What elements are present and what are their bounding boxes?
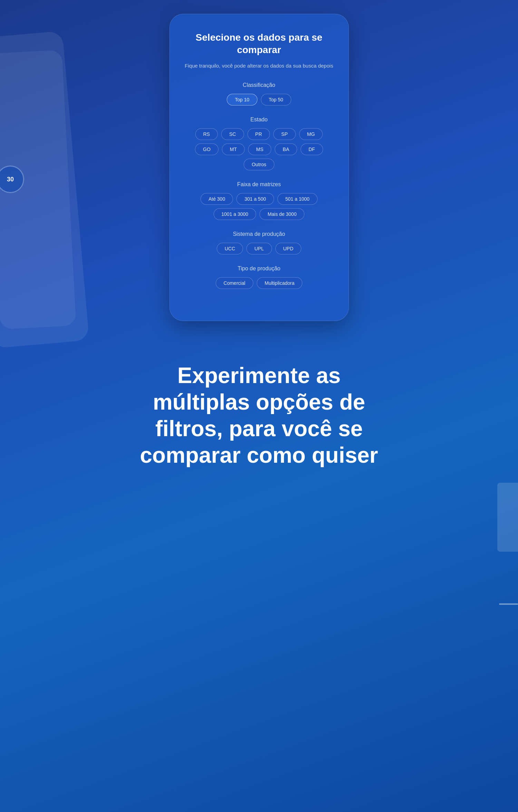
tag-df[interactable]: DF — [301, 143, 323, 155]
tag-upd[interactable]: UPD — [275, 243, 302, 254]
tag-upl[interactable]: UPL — [246, 243, 272, 254]
tag-multiplicadora[interactable]: Multiplicadora — [257, 277, 302, 289]
sistema-producao-tags: UCC UPL UPD — [184, 243, 335, 254]
tag-outros[interactable]: Outros — [244, 159, 274, 170]
tag-rs[interactable]: RS — [195, 128, 218, 140]
section-tipo-producao: Tipo de produção Comercial Multiplicador… — [184, 265, 335, 289]
tag-1001a3000[interactable]: 1001 a 3000 — [214, 208, 256, 220]
section-estado: Estado RS SC PR SP MG GO MT MS BA DF Out… — [184, 117, 335, 170]
tag-sc[interactable]: SC — [221, 128, 244, 140]
classificacao-label: Classificação — [184, 82, 335, 88]
tag-go[interactable]: GO — [195, 143, 218, 155]
card-title: Selecione os dados para se comparar — [184, 31, 335, 57]
card-subtitle: Fique tranquilo, você pode alterar os da… — [184, 62, 335, 70]
bg-decoration-right — [497, 483, 518, 552]
bottom-section: Experimente as múltiplas opções de filtr… — [104, 362, 414, 468]
tag-mais3000[interactable]: Mais de 3000 — [260, 208, 304, 220]
tipo-producao-tags: Comercial Multiplicadora — [184, 277, 335, 289]
tag-501a1000[interactable]: 501 a 1000 — [277, 193, 317, 205]
tag-pr[interactable]: PR — [247, 128, 270, 140]
filter-card: Selecione os dados para se comparar Fiqu… — [169, 14, 349, 321]
tag-top50[interactable]: Top 50 — [261, 94, 291, 106]
tag-comercial[interactable]: Comercial — [216, 277, 253, 289]
tag-301a500[interactable]: 301 a 500 — [236, 193, 274, 205]
section-faixa-matrizes: Faixa de matrizes Até 300 301 a 500 501 … — [184, 181, 335, 220]
tag-mt[interactable]: MT — [222, 143, 245, 155]
divider-line — [499, 603, 518, 605]
tipo-producao-label: Tipo de produção — [184, 265, 335, 272]
tag-top10[interactable]: Top 10 — [227, 94, 257, 106]
section-classificacao: Classificação Top 10 Top 50 — [184, 82, 335, 106]
estado-tags: RS SC PR SP MG GO MT MS BA DF Outros — [184, 128, 335, 170]
sistema-producao-label: Sistema de produção — [184, 231, 335, 237]
tag-sp[interactable]: SP — [273, 128, 296, 140]
tag-ucc[interactable]: UCC — [217, 243, 243, 254]
faixa-matrizes-tags: Até 300 301 a 500 501 a 1000 1001 a 3000… — [184, 193, 335, 220]
faixa-matrizes-label: Faixa de matrizes — [184, 181, 335, 188]
tag-mg[interactable]: MG — [299, 128, 323, 140]
classificacao-tags: Top 10 Top 50 — [184, 94, 335, 106]
tag-ba[interactable]: BA — [275, 143, 297, 155]
tag-ms[interactable]: MS — [248, 143, 271, 155]
page-wrapper: 30 Selecione os dados para se comparar F… — [0, 0, 518, 812]
bottom-title: Experimente as múltiplas opções de filtr… — [131, 362, 387, 468]
estado-label: Estado — [184, 117, 335, 123]
tag-ate300[interactable]: Até 300 — [201, 193, 233, 205]
section-sistema-producao: Sistema de produção UCC UPL UPD — [184, 231, 335, 254]
